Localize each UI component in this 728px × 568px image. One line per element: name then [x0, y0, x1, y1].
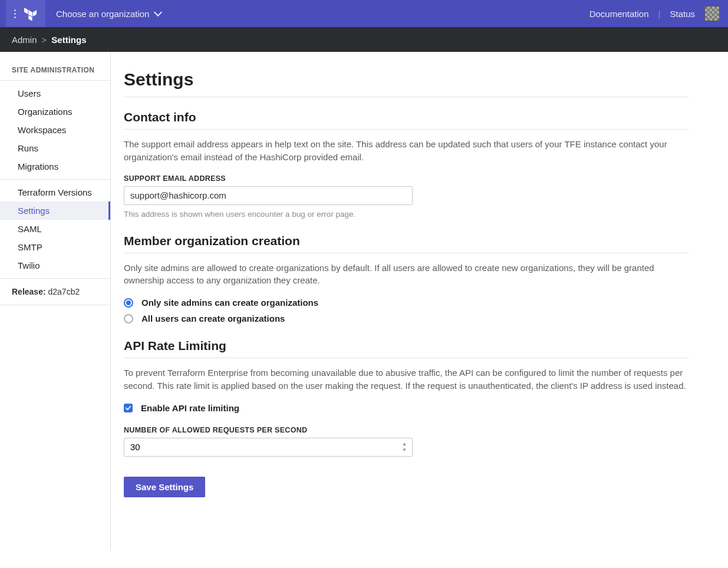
sidebar-item-smtp[interactable]: SMTP	[0, 238, 110, 256]
release-info: Release: d2a7cb2	[0, 279, 110, 305]
breadcrumb: Admin > Settings	[0, 27, 728, 52]
radio-option-all-users[interactable]: All users can create organizations	[124, 313, 689, 323]
sidebar-item-users[interactable]: Users	[0, 84, 110, 103]
sidebar-item-settings[interactable]: Settings	[0, 202, 110, 220]
sidebar-item-workspaces[interactable]: Workspaces	[0, 121, 110, 139]
sidebar-item-runs[interactable]: Runs	[0, 139, 110, 157]
logo-block	[6, 0, 45, 27]
org-picker-label: Choose an organization	[56, 9, 149, 19]
contact-description: The support email address appears in hel…	[124, 138, 689, 164]
enable-rate-limit-row[interactable]: Enable API rate limiting	[124, 403, 689, 413]
breadcrumb-separator: >	[42, 35, 47, 45]
breadcrumb-admin[interactable]: Admin	[12, 35, 37, 45]
member-org-heading: Member organization creation	[124, 234, 689, 253]
menu-dots-icon[interactable]	[12, 7, 18, 21]
page-title: Settings	[124, 70, 689, 97]
divider: |	[658, 9, 661, 19]
release-value: d2a7cb2	[48, 287, 80, 296]
radio-option-admins-only[interactable]: Only site admins can create organization…	[124, 298, 689, 308]
requests-per-second-input[interactable]	[124, 438, 413, 457]
sidebar-item-organizations[interactable]: Organizations	[0, 103, 110, 121]
documentation-link[interactable]: Documentation	[589, 9, 649, 19]
release-label: Release:	[12, 287, 46, 296]
sidebar-heading: SITE ADMINISTRATION	[0, 66, 110, 81]
sidebar: SITE ADMINISTRATION Users Organizations …	[0, 52, 111, 550]
terraform-logo-icon[interactable]	[24, 6, 37, 21]
rate-limit-description: To prevent Terraform Enterprise from bec…	[124, 366, 689, 392]
support-email-label: SUPPORT EMAIL ADDRESS	[124, 174, 689, 183]
member-org-description: Only site admins are allowed to create o…	[124, 262, 689, 288]
support-email-help: This address is shown when users encount…	[124, 210, 689, 219]
sidebar-group-2: Terraform Versions Settings SAML SMTP Tw…	[0, 180, 110, 279]
svg-marker-0	[24, 8, 28, 14]
avatar[interactable]	[704, 6, 720, 21]
org-picker[interactable]: Choose an organization	[56, 9, 161, 19]
contact-heading: Contact info	[124, 110, 689, 130]
checkbox-icon[interactable]	[124, 404, 133, 412]
sidebar-item-migrations[interactable]: Migrations	[0, 157, 110, 176]
status-link[interactable]: Status	[670, 9, 695, 19]
sidebar-item-saml[interactable]: SAML	[0, 220, 110, 238]
save-settings-button[interactable]: Save Settings	[124, 477, 205, 497]
sidebar-item-terraform-versions[interactable]: Terraform Versions	[0, 183, 110, 202]
radio-icon[interactable]	[124, 298, 133, 308]
breadcrumb-current: Settings	[51, 35, 86, 45]
enable-rate-limit-label: Enable API rate limiting	[141, 403, 239, 413]
radio-icon[interactable]	[124, 314, 133, 323]
top-bar: Choose an organization Documentation | S…	[0, 0, 728, 27]
radio-label: All users can create organizations	[141, 313, 285, 323]
support-email-input[interactable]	[124, 186, 413, 205]
requests-per-second-label: NUMBER OF ALLOWED REQUESTS PER SECOND	[124, 426, 689, 434]
sidebar-item-twilio[interactable]: Twilio	[0, 256, 110, 275]
sidebar-group-1: Users Organizations Workspaces Runs Migr…	[0, 81, 110, 180]
radio-label: Only site admins can create organization…	[141, 298, 318, 308]
rate-limit-heading: API Rate Limiting	[124, 339, 689, 358]
main-content: Settings Contact info The support email …	[111, 52, 712, 550]
chevron-down-icon	[154, 8, 162, 16]
svg-marker-2	[33, 10, 37, 16]
